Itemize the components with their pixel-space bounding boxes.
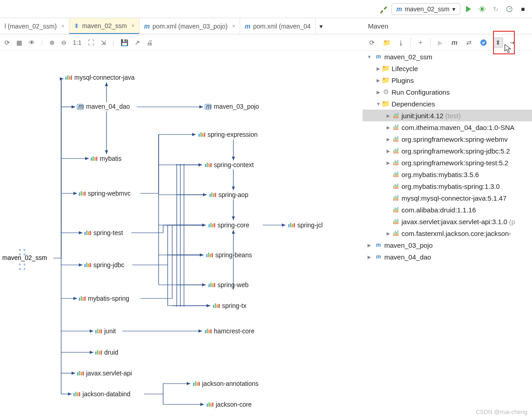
node-dao[interactable]: mmaven_04_dao xyxy=(77,103,130,110)
collapse-all-icon[interactable]: ⇥ xyxy=(508,38,517,48)
tab-pom-04[interactable]: m pom.xml (maven_04 xyxy=(240,18,315,34)
tree-sibling-pojo[interactable]: ▶ m maven_03_pojo xyxy=(363,239,532,251)
chevron-right-icon[interactable]: ▶ xyxy=(385,231,392,236)
share-icon[interactable]: ⇲ xyxy=(101,39,106,46)
profile-icon[interactable] xyxy=(504,4,515,14)
run-button[interactable] xyxy=(463,4,474,14)
tree-root[interactable]: ▼ m maven_02_ssm xyxy=(363,51,532,62)
execute-maven-goal-icon[interactable]: m xyxy=(450,38,459,48)
tree-dependency-item[interactable]: com.alibaba:druid:1.1.16 xyxy=(363,204,532,216)
node-hamcrest[interactable]: hamcrest-core xyxy=(205,327,255,335)
tree-sibling-dao[interactable]: ▶ m maven_04_dao xyxy=(363,251,532,263)
library-icon xyxy=(392,172,400,177)
zoom-in-icon[interactable]: ⊕ xyxy=(49,39,55,46)
tree-dependency-item[interactable]: mysql:mysql-connector-java:5.1.47 xyxy=(363,192,532,204)
export-icon[interactable]: ↗ xyxy=(135,39,140,46)
node-servlet[interactable]: javax.servlet-api xyxy=(77,370,132,377)
tab-maven02-iml[interactable]: l (maven_02_ssm) × xyxy=(0,18,69,34)
tab-pom-pojo[interactable]: m pom.xml (maven_03_pojo) × xyxy=(140,18,240,34)
node-jackson-databind[interactable]: jackson-databind xyxy=(73,390,131,398)
chevron-right-icon[interactable]: ▶ xyxy=(375,66,382,71)
chevron-right-icon[interactable]: ▶ xyxy=(385,137,392,142)
tree-dependencies[interactable]: ▼ 📁 Dependencies xyxy=(363,98,532,110)
zoom-label[interactable]: 1:1 xyxy=(73,39,82,46)
node-spring-expression[interactable]: spring-expression xyxy=(198,131,258,138)
node-druid[interactable]: druid xyxy=(95,349,118,356)
chevron-right-icon[interactable]: ▶ xyxy=(375,90,382,95)
node-spring-aop[interactable]: spring-aop xyxy=(209,191,248,198)
coverage-icon[interactable]: ↻ xyxy=(490,4,501,14)
toggle-skip-tests-icon[interactable] xyxy=(479,38,488,48)
svg-rect-102 xyxy=(207,329,208,333)
node-jackson-core[interactable]: jackson-core xyxy=(207,401,252,408)
chevron-right-icon[interactable]: ▶ xyxy=(385,125,392,130)
chevron-down-icon[interactable]: ▼ xyxy=(375,101,382,106)
fit-icon[interactable]: ⛶ xyxy=(88,39,94,46)
tree-dependency-item[interactable]: ▶org.springframework:spring-webmv xyxy=(363,133,532,145)
tree-lifecycle[interactable]: ▶ 📁 Lifecycle xyxy=(363,62,532,74)
chevron-right-icon[interactable]: ▶ xyxy=(366,255,372,259)
maven-m-icon: m xyxy=(144,23,150,30)
chevron-down-icon: ▾ xyxy=(452,5,455,13)
tree-plugins[interactable]: ▶ 📁 Plugins xyxy=(363,74,532,86)
diagram-root-label: maven_02_ssm xyxy=(2,254,47,261)
maven-projects-tree[interactable]: ▼ m maven_02_ssm ▶ 📁 Lifecycle ▶ 📁 Plugi… xyxy=(363,51,532,418)
chevron-right-icon[interactable]: ▶ xyxy=(385,160,392,165)
chevron-right-icon[interactable]: ▶ xyxy=(385,113,392,118)
layout-icon[interactable]: ▦ xyxy=(16,39,22,46)
add-project-icon[interactable]: ＋ xyxy=(416,38,426,48)
show-dependencies-icon[interactable]: ⬍ xyxy=(493,38,503,48)
node-spring-jcl[interactable]: spring-jcl xyxy=(288,221,323,229)
print-icon[interactable]: 🖨 xyxy=(146,39,153,46)
chevron-right-icon[interactable]: ▶ xyxy=(385,149,392,154)
run-maven-icon[interactable]: ▶ xyxy=(435,38,445,48)
generate-sources-icon[interactable]: 📁 xyxy=(382,38,392,48)
svg-rect-34 xyxy=(90,231,91,235)
close-icon[interactable]: × xyxy=(131,23,135,29)
dependency-diagram[interactable]: maven_02_ssm mysql-connector-java mmaven… xyxy=(0,51,363,418)
node-jdbc[interactable]: spring-jdbc xyxy=(84,261,124,269)
tab-maven02-ssm[interactable]: ⬍ maven_02_ssm × xyxy=(69,18,140,34)
node-mysql[interactable]: mysql-connector-java xyxy=(65,74,135,81)
tree-dependency-item[interactable]: ▶org.springframework:spring-test:5.2 xyxy=(363,157,532,168)
node-spring-web[interactable]: spring-web xyxy=(208,281,249,288)
preview-icon[interactable]: 👁 xyxy=(29,39,35,46)
node-spring-tx[interactable]: spring-tx xyxy=(213,302,247,309)
build-hammer-icon[interactable] xyxy=(378,4,389,14)
debug-button[interactable] xyxy=(477,4,488,14)
node-webmvc[interactable]: spring-webmvc xyxy=(79,190,131,197)
tree-run-configurations[interactable]: ▶ ⚙ Run Configurations xyxy=(363,86,532,98)
tree-dependency-item[interactable]: ▶com.itheima:maven_04_dao:1.0-SNA xyxy=(363,121,532,133)
tree-dependency-item[interactable]: org.mybatis:mybatis-spring:1.3.0 xyxy=(363,180,532,192)
zoom-out-icon[interactable]: ⊖ xyxy=(61,39,67,46)
close-icon[interactable]: × xyxy=(61,23,64,29)
node-test[interactable]: spring-test xyxy=(84,229,123,236)
tree-dependency-item[interactable]: ▶junit:junit:4.12(test) xyxy=(363,110,532,121)
save-icon[interactable]: 💾 xyxy=(121,39,128,46)
tree-dependency-item[interactable]: org.mybatis:mybatis:3.5.6 xyxy=(363,168,532,180)
node-mybatis[interactable]: mybatis xyxy=(91,155,121,162)
node-spring-beans[interactable]: spring-beans xyxy=(206,251,252,259)
tree-dependency-item[interactable]: ▶org.springframework:spring-jdbc:5.2 xyxy=(363,145,532,157)
close-icon[interactable]: × xyxy=(232,23,235,29)
node-spring-core[interactable]: spring-core xyxy=(208,221,249,229)
node-junit[interactable]: junit xyxy=(95,327,116,335)
run-config-selector[interactable]: m maven_02_ssm ▾ xyxy=(392,3,460,15)
chevron-right-icon[interactable]: ▶ xyxy=(375,78,382,83)
reload-icon[interactable]: ⟳ xyxy=(367,38,377,48)
svg-rect-88 xyxy=(210,254,211,257)
node-mybatis-spring[interactable]: mybatis-spring xyxy=(79,295,129,302)
node-pojo[interactable]: mmaven_03_pojo xyxy=(205,103,259,110)
chevron-right-icon[interactable]: ▶ xyxy=(366,243,372,248)
tree-dependency-item[interactable]: javax.servlet:javax.servlet-api:3.1.0(p xyxy=(363,216,532,227)
chevron-down-icon[interactable]: ▼ xyxy=(366,54,372,59)
refresh-icon[interactable]: ⟳ xyxy=(5,39,10,46)
svg-rect-36 xyxy=(84,264,86,267)
node-spring-context[interactable]: spring-context xyxy=(205,161,254,168)
stop-icon[interactable]: ■ xyxy=(517,4,528,14)
toggle-offline-icon[interactable]: ⇄ xyxy=(464,38,474,48)
tabs-overflow-chevron[interactable]: ▾ xyxy=(316,18,326,34)
download-sources-icon[interactable]: ⭳ xyxy=(396,38,406,48)
node-jackson-annotations[interactable]: jackson-annotations xyxy=(193,380,259,387)
tree-dependency-item[interactable]: ▶com.fasterxml.jackson.core:jackson- xyxy=(363,227,532,239)
